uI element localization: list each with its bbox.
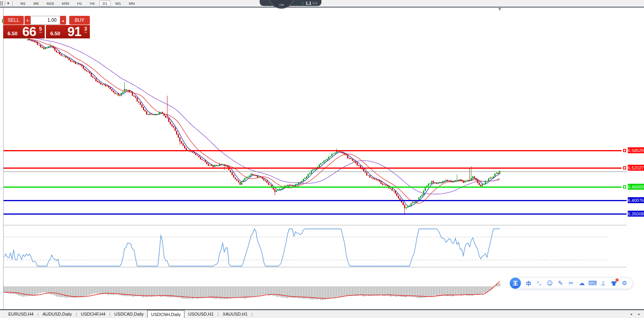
buy-price-big: 91 [67, 25, 81, 38]
horizontal-price-line[interactable] [4, 171, 627, 172]
one-click-trade-widget: SELL ▼ ▲ BUY 6.50 66 5 6.50 91 3 [3, 16, 90, 38]
virtual-keyboard-icon[interactable]: ⌨ [589, 280, 596, 287]
sell-price-panel[interactable]: 6.50 66 5 [3, 25, 45, 38]
network-speed-unit: K/s [313, 1, 317, 5]
price-label: 6.58529 [628, 147, 644, 153]
mt4-window: ▼ M1 M5 M15 M30 H1 H4 D1 W1 MN 1% ↓ 1.1 … [0, 0, 644, 318]
tab-separator: | [251, 310, 253, 318]
settings-gear-icon[interactable]: ⚙ [621, 280, 628, 287]
tab-usdcnh-daily[interactable]: USDCNH,Daily [147, 310, 185, 318]
horizontal-price-line[interactable] [4, 200, 627, 201]
tab-scroll-right-icon[interactable]: ▸ [638, 312, 640, 316]
line-drag-handle[interactable] [623, 166, 626, 169]
buy-price-prefix: 6.50 [50, 30, 60, 36]
notification-dot [616, 278, 619, 282]
tab-audusd-daily[interactable]: AUDUSD,Daily [39, 310, 75, 318]
network-speed-overlay[interactable]: 1% ↓ 1.1 K/s [260, 0, 321, 6]
sell-price-sup: 5 [39, 26, 42, 32]
price-label: 6.45000 [628, 184, 644, 190]
horizontal-price-line[interactable] [4, 213, 627, 215]
sell-price-big: 66 [22, 25, 36, 38]
buy-button[interactable]: BUY [69, 16, 90, 25]
punctuation-icon[interactable]: °, [536, 280, 542, 287]
sell-button[interactable]: SELL [3, 16, 24, 25]
price-label: 6.35008 [628, 211, 644, 217]
tab-scroll-left-icon[interactable]: ◂ [630, 312, 632, 316]
chart-dropdown-icon[interactable]: ▼ [498, 7, 501, 11]
volume-up-button[interactable]: ▲ [60, 16, 66, 25]
price-chart-canvas[interactable] [0, 0, 644, 318]
download-arrow-icon: ↓ [302, 1, 305, 5]
network-badge-text: 1% [269, 3, 294, 7]
price-label: 6.40076 [628, 197, 644, 203]
horizontal-price-line[interactable] [4, 187, 621, 188]
skin-tshirt-icon[interactable] [611, 280, 617, 287]
chart-tab-bar: EURUSD,H4 | AUDUSD,Daily | USDCHF,H4 | U… [0, 309, 644, 318]
cloud-sync-icon[interactable]: ☁ [579, 280, 585, 287]
line-drag-handle[interactable] [623, 185, 626, 189]
ime-logo-icon[interactable] [510, 278, 521, 289]
tab-eurusd-h4[interactable]: EURUSD,H4 [5, 310, 37, 318]
screenshot-scissors-icon[interactable]: ✂ [568, 280, 574, 287]
emoji-icon[interactable]: ☺ [547, 280, 553, 287]
volume-down-button[interactable]: ▼ [25, 16, 30, 25]
horizontal-price-line[interactable] [4, 150, 621, 151]
tab-scroll-controls: ◂ ▸ [630, 310, 644, 318]
tab-usousd-h1[interactable]: USOUSD,H1 [184, 310, 217, 318]
buy-price-sup: 3 [84, 26, 87, 32]
network-speed-value: 1.1 [306, 1, 312, 6]
tab-usdcad-daily[interactable]: USDCAD,Daily [111, 310, 147, 318]
price-label: 6.52027 [628, 165, 644, 171]
chinese-mode-icon[interactable] [525, 280, 532, 287]
ime-toolbar: °, ☺ ✎ ✂ ☁ ⌨ ⚙ [510, 277, 633, 289]
sell-price-prefix: 6.50 [8, 30, 17, 36]
handwriting-pencil-icon[interactable]: ✎ [557, 280, 564, 287]
volume-input[interactable] [30, 16, 60, 25]
line-drag-handle[interactable] [623, 149, 626, 152]
tab-usdchf-h4[interactable]: USDCHF,H4 [77, 310, 109, 318]
horizontal-price-line[interactable] [4, 168, 621, 169]
tab-xauusd-h1[interactable]: XAUUSD,H1 [219, 310, 251, 318]
account-person-icon[interactable] [600, 280, 606, 287]
buy-price-panel[interactable]: 6.50 91 3 [46, 25, 90, 38]
